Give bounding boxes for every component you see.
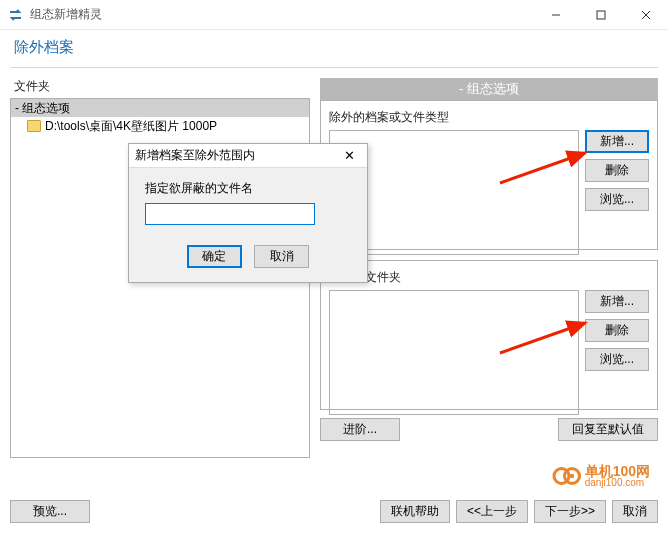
maximize-button[interactable] [578, 0, 623, 30]
files-new-button[interactable]: 新增... [585, 130, 649, 153]
exclude-folders-label: 除外的文件夹 [329, 269, 649, 286]
svg-point-8 [569, 474, 574, 479]
app-icon [8, 7, 24, 23]
folder-icon [27, 120, 41, 132]
minimize-button[interactable] [533, 0, 578, 30]
header: 除外档案 [0, 30, 668, 67]
filename-input[interactable] [145, 203, 315, 225]
dialog-title: 新增档案至除外范围内 [135, 147, 337, 164]
exclude-folders-panel: 除外的文件夹 新增... 删除 浏览... [320, 260, 658, 410]
watermark-text: 单机100网 [585, 464, 650, 478]
cancel-button[interactable]: 取消 [612, 500, 658, 523]
exclude-files-panel: 除外的档案或文件类型 新增... 删除 浏览... [320, 100, 658, 250]
dialog-ok-button[interactable]: 确定 [187, 245, 242, 268]
page-title: 除外档案 [14, 38, 654, 57]
exclude-folders-list[interactable] [329, 290, 579, 415]
reset-button[interactable]: 回复至默认值 [558, 418, 658, 441]
files-delete-button[interactable]: 删除 [585, 159, 649, 182]
files-browse-button[interactable]: 浏览... [585, 188, 649, 211]
dialog-cancel-button[interactable]: 取消 [254, 245, 309, 268]
svg-rect-1 [597, 11, 605, 19]
close-button[interactable] [623, 0, 668, 30]
folders-delete-button[interactable]: 删除 [585, 319, 649, 342]
tree-item-config[interactable]: - 组态选项 [11, 99, 309, 117]
folders-label: 文件夹 [10, 78, 310, 95]
dialog-label: 指定欲屏蔽的文件名 [145, 180, 351, 197]
preview-button[interactable]: 预览... [10, 500, 90, 523]
add-exclude-dialog: 新增档案至除外范围内 ✕ 指定欲屏蔽的文件名 确定 取消 [128, 143, 368, 283]
advanced-button[interactable]: 进阶... [320, 418, 400, 441]
watermark: 单机100网 danji100.com [551, 461, 650, 491]
folders-browse-button[interactable]: 浏览... [585, 348, 649, 371]
next-button[interactable]: 下一步>> [534, 500, 606, 523]
window-title: 组态新增精灵 [30, 6, 533, 23]
help-button[interactable]: 联机帮助 [380, 500, 450, 523]
dialog-close-button[interactable]: ✕ [337, 148, 361, 163]
titlebar: 组态新增精灵 [0, 0, 668, 30]
prev-button[interactable]: <<上一步 [456, 500, 528, 523]
tree-item-path[interactable]: D:\tools\桌面\4K壁纸图片 1000P [23, 117, 309, 135]
folders-new-button[interactable]: 新增... [585, 290, 649, 313]
watermark-logo-icon [551, 461, 581, 491]
exclude-files-label: 除外的档案或文件类型 [329, 109, 649, 126]
group-header: - 组态选项 [320, 78, 658, 100]
watermark-url: danji100.com [585, 478, 650, 488]
footer: 预览... 联机帮助 <<上一步 下一步>> 取消 [10, 500, 658, 523]
